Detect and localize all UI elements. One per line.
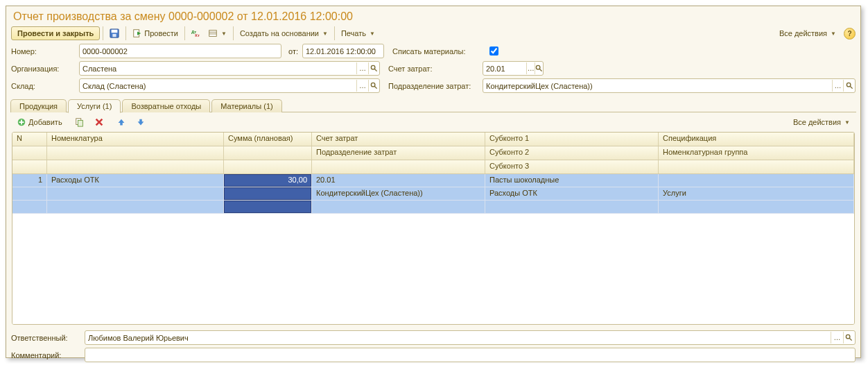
post-icon	[132, 28, 142, 38]
comment-input[interactable]	[85, 349, 855, 361]
registers-menu-button[interactable]: ▼	[205, 26, 230, 40]
magnifier-icon	[845, 334, 853, 341]
col-sub1[interactable]: Субконто 1	[485, 133, 659, 146]
dept-open-button[interactable]	[843, 80, 855, 92]
delete-icon	[94, 117, 104, 127]
chevron-down-icon: ▼	[844, 119, 850, 126]
table-body[interactable]: 1 Расходы ОТК 30,00 20.01 Пасты шоколадн…	[12, 174, 854, 324]
svg-point-9	[371, 65, 375, 69]
table-header-row2: Подразделение затрат Субконто 2 Номенкла…	[12, 146, 854, 160]
warehouse-input[interactable]	[80, 80, 356, 92]
add-row-button[interactable]: Добавить	[13, 115, 66, 129]
dept-input-wrap: …	[483, 78, 856, 93]
writeoff-label: Списать материалы:	[392, 47, 483, 56]
print-button[interactable]: Печать ▼	[338, 27, 379, 40]
org-select-button[interactable]: …	[356, 62, 367, 74]
col-nomen[interactable]: Номенклатура	[47, 133, 224, 146]
table-row[interactable]	[12, 201, 854, 214]
resp-select-button[interactable]: …	[831, 332, 842, 343]
post-button[interactable]: Провести	[129, 26, 182, 40]
cell-sum[interactable]: 30,00	[224, 174, 312, 187]
resp-input-wrap: …	[85, 330, 856, 345]
chevron-down-icon: ▼	[831, 31, 836, 37]
col-account[interactable]: Счет затрат	[312, 133, 485, 146]
col-sum[interactable]: Сумма (плановая)	[224, 133, 312, 146]
svg-rect-1	[112, 30, 118, 33]
delete-row-button[interactable]	[91, 115, 107, 129]
move-up-button[interactable]	[113, 115, 130, 129]
save-button[interactable]	[106, 26, 123, 40]
services-table: N Номенклатура Сумма (плановая) Счет зат…	[12, 132, 855, 325]
magnifier-icon	[370, 82, 378, 90]
cell-dept[interactable]: КондитерскийЦех (Сластена))	[312, 187, 485, 201]
col-nomgroup[interactable]: Номенклатурная группа	[659, 146, 854, 160]
cell-nomgroup[interactable]: Услуги	[659, 187, 854, 201]
all-actions-label: Все действия	[779, 29, 827, 37]
tab-returns[interactable]: Возвратные отходы	[122, 99, 210, 112]
col-dept[interactable]: Подразделение затрат	[312, 146, 485, 160]
col-n[interactable]: N	[12, 133, 47, 146]
chevron-down-icon: ▼	[322, 31, 328, 37]
resp-input[interactable]	[85, 332, 831, 343]
window-title: Отчет производства за смену 0000-000002 …	[6, 6, 860, 24]
move-down-button[interactable]	[132, 115, 149, 129]
svg-text:Кт: Кт	[195, 33, 200, 37]
cost-acct-select-button[interactable]: …	[526, 62, 535, 74]
cost-acct-label: Счет затрат:	[388, 65, 478, 73]
cost-acct-input[interactable]	[483, 62, 526, 74]
col-spec[interactable]: Спецификация	[659, 133, 854, 146]
cell-account[interactable]: 20.01	[312, 174, 485, 187]
create-based-button[interactable]: Создать на основании ▼	[236, 27, 331, 40]
date-label: от:	[286, 47, 298, 56]
all-actions-button[interactable]: Все действия ▼	[776, 27, 840, 40]
registers-icon	[208, 28, 218, 38]
table-row[interactable]: 1 Расходы ОТК 30,00 20.01 Пасты шоколадн…	[12, 174, 854, 187]
comment-label: Комментарий:	[11, 351, 80, 359]
svg-point-20	[847, 334, 851, 339]
warehouse-select-button[interactable]: …	[356, 80, 367, 92]
magnifier-icon	[535, 65, 543, 72]
tab-materials[interactable]: Материалы (1)	[211, 99, 281, 112]
tab-products[interactable]: Продукция	[10, 99, 67, 112]
cell-sub2[interactable]: Расходы ОТК	[485, 187, 659, 201]
create-based-label: Создать на основании	[240, 29, 319, 37]
cell-sub3[interactable]	[485, 201, 659, 214]
cell-nomen[interactable]: Расходы ОТК	[47, 174, 224, 187]
org-open-button[interactable]	[368, 62, 379, 74]
magnifier-icon	[370, 65, 378, 72]
resp-open-button[interactable]	[843, 332, 855, 343]
tab-all-actions-label: Все действия	[793, 118, 841, 126]
warehouse-open-button[interactable]	[368, 80, 379, 92]
cell-sub1[interactable]: Пасты шоколадные	[485, 174, 659, 187]
svg-line-12	[539, 69, 541, 71]
svg-line-21	[850, 338, 852, 340]
post-and-close-button[interactable]: Провести и закрыть	[11, 26, 100, 40]
cost-acct-open-button[interactable]	[535, 62, 543, 74]
svg-rect-19	[78, 120, 83, 126]
tab-services[interactable]: Услуги (1)	[68, 99, 121, 113]
writeoff-checkbox[interactable]	[489, 46, 498, 56]
resp-label: Ответственный:	[11, 334, 80, 342]
copy-row-button[interactable]	[71, 115, 88, 129]
col-sub3[interactable]: Субконто 3	[485, 160, 659, 173]
dt-kt-button[interactable]: ДтКт	[188, 26, 205, 40]
cost-acct-input-wrap: …	[483, 61, 544, 76]
dept-select-button[interactable]: …	[832, 80, 844, 92]
svg-point-15	[847, 83, 851, 87]
svg-rect-6	[209, 31, 217, 37]
table-row[interactable]: КондитерскийЦех (Сластена)) Расходы ОТК …	[12, 187, 854, 201]
dtkt-icon: ДтКт	[191, 28, 201, 38]
dept-input[interactable]	[483, 80, 832, 92]
post-label: Провести	[144, 29, 178, 37]
cell-n[interactable]: 1	[12, 174, 47, 187]
cell-spec[interactable]	[659, 174, 854, 187]
chevron-down-icon: ▼	[221, 31, 227, 37]
col-sub2[interactable]: Субконто 2	[485, 146, 659, 160]
date-input[interactable]	[303, 45, 383, 57]
number-input[interactable]	[80, 45, 281, 57]
tab-all-actions-button[interactable]: Все действия ▼	[790, 116, 853, 128]
warehouse-input-wrap: …	[79, 78, 380, 93]
chevron-down-icon: ▼	[370, 31, 375, 37]
help-button[interactable]: ?	[844, 28, 856, 40]
org-input[interactable]	[80, 62, 356, 74]
